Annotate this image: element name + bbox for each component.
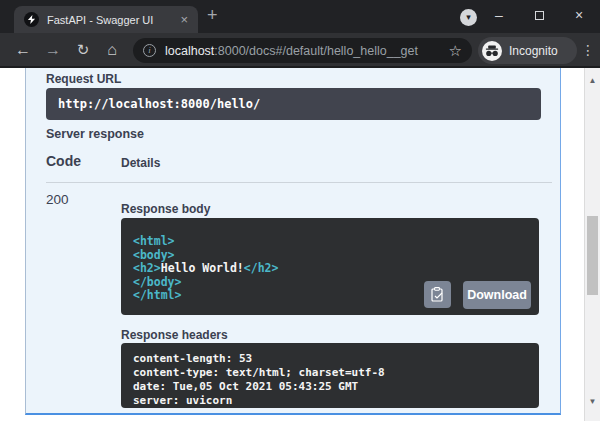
incognito-icon — [482, 41, 502, 61]
url-host: localhost — [165, 44, 214, 58]
profile-caret-icon[interactable]: ▾ — [460, 9, 477, 26]
home-icon[interactable]: ⌂ — [100, 33, 124, 68]
response-header-line: content-type: text/html; charset=utf-8 — [133, 366, 527, 380]
window-minimize-button[interactable]: – — [482, 0, 516, 30]
response-body-label: Response body — [121, 202, 210, 216]
bookmark-star-icon[interactable]: ☆ — [449, 42, 462, 60]
url-text[interactable]: localhost:8000/docs#/default/hello_hello… — [165, 44, 443, 58]
response-headers-label: Response headers — [121, 328, 228, 342]
browser-toolbar: ← → ↻ ⌂ i localhost:8000/docs#/default/h… — [0, 33, 600, 68]
code-token: </html> — [133, 288, 181, 302]
server-response-title: Server response — [46, 127, 144, 141]
response-header-line: server: uvicorn — [133, 394, 527, 408]
tab-close-icon[interactable]: × — [178, 13, 190, 26]
browser-window: FastAPI - Swagger UI × + ▾ – × ← → ↻ ⌂ i… — [0, 0, 600, 421]
headers-block: content-length: 53content-type: text/htm… — [133, 352, 527, 408]
code-line: <body> — [133, 249, 527, 263]
code-token: <html> — [133, 234, 175, 248]
details-column-header: Details — [121, 156, 160, 170]
browser-tab[interactable]: FastAPI - Swagger UI × — [14, 6, 198, 33]
response-header-line: date: Tue,05 Oct 2021 05:43:25 GMT — [133, 380, 527, 394]
vertical-scrollbar[interactable]: ▲ ▼ — [584, 68, 600, 421]
copy-to-clipboard-button[interactable] — [424, 281, 451, 308]
response-body-code: <html><body><h2>Hello World!</h2></body>… — [121, 218, 539, 315]
response-header-line: content-length: 53 — [133, 352, 527, 366]
incognito-badge: Incognito — [478, 37, 577, 64]
code-token: <body> — [133, 248, 175, 262]
browser-menu-icon[interactable]: ⋮ — [581, 33, 595, 68]
code-line: <html> — [133, 235, 527, 249]
code-token: Hello World! — [161, 261, 244, 275]
response-headers-box: content-length: 53content-type: text/htm… — [121, 343, 539, 408]
new-tab-button[interactable]: + — [207, 5, 218, 26]
site-info-icon[interactable]: i — [143, 44, 156, 57]
page-content: Request URL http://localhost:8000/hello/… — [0, 68, 600, 421]
url-path: :8000/docs#/default/hello_hello__get — [214, 44, 418, 58]
code-token: <h2> — [133, 261, 161, 275]
request-url-label: Request URL — [46, 72, 121, 86]
tab-title: FastAPI - Swagger UI — [47, 14, 178, 26]
back-icon[interactable]: ← — [11, 33, 35, 68]
request-url-value: http://localhost:8000/hello/ — [46, 88, 541, 120]
scrollbar-thumb[interactable] — [587, 216, 598, 295]
clipboard-icon — [431, 287, 444, 302]
table-divider — [46, 182, 552, 183]
code-column-header: Code — [46, 153, 81, 169]
window-close-button[interactable]: × — [562, 0, 596, 30]
code-token: </body> — [133, 275, 181, 289]
address-bar[interactable]: i localhost:8000/docs#/default/hello_hel… — [133, 38, 472, 63]
window-maximize-button[interactable] — [522, 0, 556, 30]
forward-icon[interactable]: → — [41, 33, 65, 68]
swagger-response-section: Request URL http://localhost:8000/hello/… — [25, 68, 561, 415]
status-code: 200 — [46, 192, 69, 207]
scroll-down-icon[interactable]: ▼ — [585, 397, 600, 406]
scroll-up-icon[interactable]: ▲ — [585, 76, 600, 85]
code-line: <h2>Hello World!</h2> — [133, 262, 527, 276]
fastapi-favicon-icon — [24, 12, 39, 27]
incognito-label: Incognito — [509, 44, 558, 58]
maximize-icon — [535, 11, 544, 20]
code-token: </h2> — [244, 261, 279, 275]
browser-titlebar: FastAPI - Swagger UI × + ▾ – × — [0, 0, 600, 33]
download-button[interactable]: Download — [463, 281, 531, 309]
reload-icon[interactable]: ↻ — [71, 33, 95, 68]
